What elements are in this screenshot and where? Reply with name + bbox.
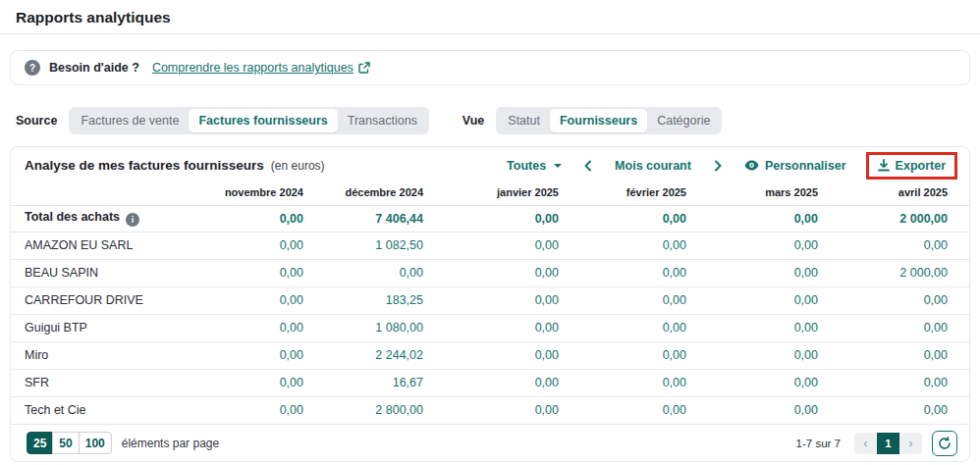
cell: 0,00 [820, 396, 969, 424]
page-size-100[interactable]: 100 [79, 432, 112, 454]
filters-row: Source Factures de vente Factures fourni… [16, 107, 980, 134]
refresh-button[interactable] [932, 431, 957, 456]
cell: 0,00 [425, 232, 561, 259]
next-period-button[interactable] [711, 158, 725, 174]
help-link-text: Comprendre les rapports analytiques [152, 61, 354, 75]
view-option-statut[interactable]: Statut [498, 109, 550, 132]
view-option-fournisseurs[interactable]: Fournisseurs [550, 109, 647, 132]
customize-button[interactable]: Personnaliser [744, 159, 846, 173]
page-title: Rapports analytiques [16, 9, 964, 26]
report-title: Analyse de mes factures fournisseurs [25, 158, 264, 173]
analytics-table: novembre 2024 décembre 2024 janvier 2025… [11, 183, 969, 425]
cell: 0,00 [425, 259, 561, 286]
column-header: janvier 2025 [425, 183, 561, 205]
cell: 0,00 [561, 369, 688, 396]
cell: 0,00 [820, 286, 969, 314]
cell: 0,00 [178, 341, 305, 369]
cell: 0,00 [688, 286, 820, 314]
page-header: Rapports analytiques [0, 0, 980, 34]
source-label: Source [16, 114, 57, 128]
report-unit-hint: (en euros) [271, 159, 325, 173]
cell: 0,00 [425, 286, 561, 314]
cell: 0,00 [425, 396, 561, 424]
view-label: Vue [463, 114, 484, 128]
source-segmented-control: Factures de vente Factures fournisseurs … [69, 107, 428, 134]
cell: 1 082,50 [305, 232, 425, 259]
cell: 2 800,00 [305, 396, 425, 424]
row-label: CARREFOUR DRIVE [11, 286, 178, 314]
total-cell: 2 000,00 [820, 205, 969, 232]
column-header: avril 2025 [820, 183, 969, 205]
chevron-down-icon [554, 164, 562, 168]
cell: 0,00 [561, 314, 688, 341]
row-label: SFR [11, 369, 178, 396]
total-cell: 0,00 [688, 205, 820, 232]
table-header-row: novembre 2024 décembre 2024 janvier 2025… [11, 183, 969, 205]
view-option-categorie[interactable]: Catégorie [647, 109, 720, 132]
cell: 0,00 [561, 232, 688, 259]
cell: 0,00 [178, 369, 305, 396]
cell: 0,00 [688, 232, 820, 259]
row-label: Guigui BTP [11, 314, 178, 341]
current-period-button[interactable]: Mois courant [615, 159, 691, 173]
source-option-factures-de-vente[interactable]: Factures de vente [71, 109, 189, 132]
export-button[interactable]: Exporter [878, 159, 946, 173]
cell: 0,00 [820, 369, 969, 396]
page-size-25[interactable]: 25 [27, 432, 53, 454]
page-size-group: 25 50 100 [27, 432, 112, 454]
help-link[interactable]: Comprendre les rapports analytiques [152, 61, 370, 75]
cell: 0,00 [425, 314, 561, 341]
cell: 0,00 [425, 341, 561, 369]
cell: 0,00 [820, 341, 969, 369]
chevron-right-icon [713, 160, 723, 172]
previous-period-button[interactable] [581, 158, 595, 174]
source-option-transactions[interactable]: Transactions [338, 109, 427, 132]
pager: ‹ 1 › [854, 433, 922, 454]
table-row: AMAZON EU SARL 0,00 1 082,50 0,00 0,00 0… [11, 232, 969, 259]
cell: 0,00 [305, 259, 425, 286]
report-card: Analyse de mes factures fournisseurs (en… [10, 146, 970, 462]
row-label: AMAZON EU SARL [11, 232, 178, 259]
cell: 0,00 [820, 232, 969, 259]
table-row: SFR 0,00 16,67 0,00 0,00 0,00 0,00 [11, 369, 969, 396]
cell: 0,00 [688, 341, 820, 369]
row-label: Miro [11, 341, 178, 369]
source-option-factures-fournisseurs[interactable]: Factures fournisseurs [189, 109, 337, 132]
annotation-highlight: Exporter [866, 152, 957, 180]
period-filter-dropdown[interactable]: Toutes [507, 159, 562, 173]
total-cell: 0,00 [425, 205, 561, 232]
total-row: Total des achatsi 0,00 7 406,44 0,00 0,0… [11, 205, 969, 232]
table-row: Miro 0,00 2 244,02 0,00 0,00 0,00 0,00 [11, 341, 969, 369]
cell: 183,25 [305, 286, 425, 314]
cell: 0,00 [561, 286, 688, 314]
page-size-50[interactable]: 50 [52, 432, 79, 454]
report-toolbar: Toutes Mois courant [507, 152, 957, 180]
per-page-label: éléments par page [122, 437, 219, 450]
cell: 0,00 [178, 286, 305, 314]
next-page-button[interactable]: › [899, 433, 922, 454]
cell: 0,00 [425, 369, 561, 396]
cell: 0,00 [688, 369, 820, 396]
previous-page-button[interactable]: ‹ [854, 433, 877, 454]
current-page-button[interactable]: 1 [877, 433, 899, 454]
row-label: BEAU SAPIN [11, 259, 178, 286]
table-row: Tech et Cie 0,00 2 800,00 0,00 0,00 0,00… [11, 396, 969, 424]
cell: 16,67 [305, 369, 425, 396]
cell: 0,00 [561, 396, 688, 424]
cell: 0,00 [820, 314, 969, 341]
chevron-left-icon [583, 160, 593, 172]
table-row: CARREFOUR DRIVE 0,00 183,25 0,00 0,00 0,… [11, 286, 969, 314]
cell: 2 000,00 [820, 259, 969, 286]
download-icon [878, 159, 890, 172]
total-cell: 0,00 [561, 205, 688, 232]
cell: 0,00 [178, 314, 305, 341]
cell: 0,00 [561, 259, 688, 286]
table-footer: 25 50 100 éléments par page 1-7 sur 7 ‹ … [11, 425, 969, 462]
info-icon[interactable]: i [126, 213, 139, 227]
help-question-icon: ? [25, 60, 40, 76]
cell: 0,00 [178, 396, 305, 424]
table-row: BEAU SAPIN 0,00 0,00 0,00 0,00 0,00 2 00… [11, 259, 969, 286]
help-label: Besoin d'aide ? [49, 61, 139, 75]
help-banner: ? Besoin d'aide ? Comprendre les rapport… [10, 50, 970, 85]
column-header: décembre 2024 [305, 183, 425, 205]
